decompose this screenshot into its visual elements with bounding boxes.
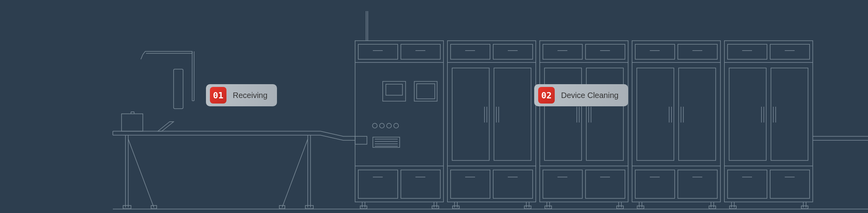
machine-unit-4 [632,41,720,209]
svg-rect-111 [635,170,675,198]
svg-rect-105 [637,68,674,160]
svg-rect-29 [386,84,402,95]
svg-rect-123 [770,44,810,59]
svg-rect-122 [728,44,767,59]
svg-rect-71 [453,206,459,209]
svg-rect-99 [635,44,675,59]
svg-point-35 [394,123,398,128]
svg-rect-59 [452,68,489,160]
svg-rect-48 [360,206,367,209]
svg-rect-77 [586,44,625,59]
badge-number: 01 [210,87,226,104]
svg-rect-94 [545,206,552,209]
svg-rect-140 [730,206,736,209]
svg-rect-65 [451,170,490,198]
svg-rect-52 [447,41,536,202]
process-label-device-cleaning: 02 Device Cleaning [534,84,628,106]
equipment-diagram [0,0,868,213]
badge-text: Device Cleaning [561,91,619,100]
svg-rect-88 [543,170,582,198]
svg-rect-42 [358,170,398,198]
svg-rect-74 [524,206,531,209]
svg-rect-83 [586,68,623,160]
process-label-receiving: 01 Receiving [206,84,277,106]
svg-rect-135 [770,170,810,198]
svg-line-15 [128,139,154,207]
svg-rect-43 [401,170,440,198]
svg-rect-98 [632,41,720,202]
svg-rect-3 [174,69,183,109]
svg-rect-120 [709,206,716,209]
machine-unit-3 [540,41,628,209]
badge-number: 02 [538,87,555,104]
svg-rect-23 [401,44,440,59]
svg-rect-129 [771,68,808,160]
svg-rect-37 [373,137,400,147]
svg-rect-100 [678,44,717,59]
svg-point-33 [380,123,384,128]
svg-rect-18 [305,205,313,209]
machine-unit-5 [724,41,813,209]
machine-units [355,41,868,209]
svg-rect-30 [414,81,437,101]
svg-rect-17 [123,205,131,209]
svg-rect-4 [122,114,143,131]
svg-rect-89 [586,170,625,198]
svg-rect-143 [801,206,808,209]
receiving-station [113,51,355,209]
machine-unit-1 [355,41,443,209]
svg-point-34 [387,123,391,128]
svg-rect-66 [493,170,533,198]
svg-rect-36 [355,136,367,144]
svg-rect-82 [544,68,582,160]
svg-rect-53 [451,44,490,59]
svg-rect-134 [728,170,767,198]
svg-rect-75 [540,41,628,202]
svg-line-16 [282,139,308,207]
svg-rect-128 [729,68,766,160]
badge-text: Receiving [233,91,268,100]
svg-rect-22 [358,44,398,59]
svg-rect-97 [617,206,623,209]
svg-rect-51 [432,206,439,209]
svg-point-32 [372,123,377,128]
machine-unit-2 [447,41,536,209]
svg-rect-54 [493,44,533,59]
svg-rect-31 [417,84,435,99]
svg-rect-117 [637,206,644,209]
svg-rect-106 [679,68,716,160]
svg-rect-76 [543,44,582,59]
svg-rect-60 [494,68,531,160]
svg-rect-112 [678,170,717,198]
svg-rect-21 [355,41,443,202]
svg-rect-121 [724,41,813,202]
